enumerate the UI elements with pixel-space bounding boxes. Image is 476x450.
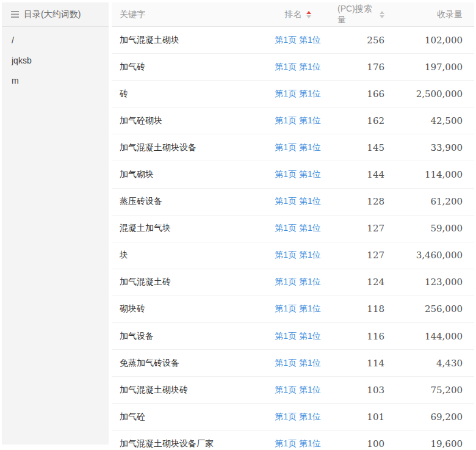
table-row: 蒸压砖设备 第1页 第1位 128 61,200	[112, 189, 474, 216]
column-header-rank[interactable]: 排名	[258, 9, 337, 20]
search-volume-cell: 176	[337, 62, 386, 73]
keyword-cell: 加气砼	[112, 412, 258, 423]
keyword-table: 关键字 排名 (PC)搜索量 收录量 加气混凝土砌块 第1页 第1位 256 1…	[112, 2, 474, 450]
keyword-cell: 加气砌块	[112, 169, 258, 180]
table-row: 加气设备 第1页 第1位 116 144,000	[112, 323, 474, 350]
index-count-cell: 197,000	[386, 62, 474, 73]
rank-link[interactable]: 第1页 第1位	[275, 438, 320, 449]
search-volume-cell: 100	[337, 438, 386, 449]
rank-link[interactable]: 第1页 第1位	[275, 62, 320, 73]
index-count-cell: 144,000	[386, 331, 474, 342]
table-row: 免蒸加气砖设备 第1页 第1位 114 4,430	[112, 350, 474, 377]
keyword-cell: 加气砼砌块	[112, 115, 258, 126]
table-row: 砌块砖 第1页 第1位 118 256,000	[112, 296, 474, 323]
search-volume-cell: 127	[337, 250, 386, 261]
index-count-cell: 42,500	[386, 115, 474, 126]
list-icon	[11, 11, 19, 18]
keyword-cell: 免蒸加气砖设备	[112, 358, 258, 369]
index-count-cell: 75,200	[386, 385, 474, 396]
table-row: 加气混凝土砖 第1页 第1位 124 123,000	[112, 269, 474, 296]
rank-link[interactable]: 第1页 第1位	[275, 385, 320, 396]
keyword-cell: 加气砖	[112, 62, 258, 73]
rank-link[interactable]: 第1页 第1位	[275, 169, 320, 180]
rank-sort-control[interactable]	[306, 11, 311, 18]
table-row: 加气混凝土砌块设备 第1页 第1位 145 33,900	[112, 134, 474, 161]
search-volume-cell: 128	[337, 196, 386, 207]
rank-header-label: 排名	[285, 9, 302, 20]
keyword-cell: 混凝土加气块	[112, 223, 258, 234]
index-count-cell: 69,200	[386, 412, 474, 423]
rank-link[interactable]: 第1页 第1位	[275, 196, 320, 207]
table-header-row: 关键字 排名 (PC)搜索量 收录量	[112, 2, 474, 27]
keyword-cell: 砌块砖	[112, 303, 258, 314]
search-volume-cell: 118	[337, 303, 386, 314]
keyword-cell: 加气混凝土砌块砖	[112, 385, 258, 396]
search-volume-sort-control[interactable]	[380, 11, 384, 18]
sidebar-header: 目录(大约词数)	[2, 2, 109, 27]
index-count-cell: 114,000	[386, 169, 474, 180]
keyword-cell: 加气混凝土砌块	[112, 35, 258, 46]
table-row: 混凝土加气块 第1页 第1位 127 59,000	[112, 216, 474, 242]
rank-link[interactable]: 第1页 第1位	[275, 250, 320, 261]
sort-asc-icon[interactable]	[380, 11, 384, 14]
rank-link[interactable]: 第1页 第1位	[275, 115, 320, 126]
index-count-cell: 59,000	[386, 223, 474, 234]
sidebar-item-jqksb[interactable]: jqksb	[2, 51, 109, 71]
rank-link[interactable]: 第1页 第1位	[275, 277, 320, 288]
search-volume-cell: 166	[337, 89, 386, 100]
sidebar-title: 目录(大约词数)	[24, 9, 81, 20]
sort-asc-icon[interactable]	[306, 11, 311, 14]
search-volume-cell: 162	[337, 115, 386, 126]
sidebar-item-root[interactable]: /	[2, 31, 109, 51]
table-body: 加气混凝土砌块 第1页 第1位 256 102,000 加气砖 第1页 第1位 …	[112, 27, 474, 450]
search-volume-header-label: (PC)搜索量	[337, 4, 376, 26]
column-header-search-volume[interactable]: (PC)搜索量	[337, 4, 386, 26]
table-row: 砖 第1页 第1位 166 2,500,000	[112, 81, 474, 107]
index-count-cell: 123,000	[386, 277, 474, 288]
search-volume-cell: 145	[337, 142, 386, 153]
index-count-cell: 102,000	[386, 35, 474, 46]
table-row: 加气砖 第1页 第1位 176 197,000	[112, 54, 474, 81]
sort-desc-icon[interactable]	[380, 15, 384, 18]
index-count-cell: 256,000	[386, 303, 474, 314]
column-header-keyword: 关键字	[112, 9, 258, 20]
rank-link[interactable]: 第1页 第1位	[275, 142, 320, 153]
column-header-index-count: 收录量	[386, 9, 474, 20]
table-row: 加气混凝土砌块设备厂家 第1页 第1位 100 19,600	[112, 430, 474, 450]
keyword-cell: 加气混凝土砖	[112, 277, 258, 288]
keyword-cell: 加气混凝土砌块设备	[112, 142, 258, 153]
sidebar-directory-list: / jqksb m	[2, 27, 109, 95]
keyword-cell: 加气混凝土砌块设备厂家	[112, 438, 258, 449]
search-volume-cell: 114	[337, 358, 386, 369]
search-volume-cell: 103	[337, 385, 386, 396]
sidebar: 目录(大约词数) / jqksb m	[2, 2, 109, 445]
index-count-cell: 19,600	[386, 438, 474, 449]
keyword-cell: 蒸压砖设备	[112, 196, 258, 207]
search-volume-cell: 116	[337, 331, 386, 342]
search-volume-cell: 101	[337, 412, 386, 423]
rank-link[interactable]: 第1页 第1位	[275, 223, 320, 234]
keyword-cell: 加气设备	[112, 331, 258, 342]
search-volume-cell: 144	[337, 169, 386, 180]
rank-link[interactable]: 第1页 第1位	[275, 35, 320, 46]
index-count-cell: 2,500,000	[386, 89, 474, 100]
index-count-cell: 61,200	[386, 196, 474, 207]
rank-link[interactable]: 第1页 第1位	[275, 89, 320, 100]
table-row: 加气砌块 第1页 第1位 144 114,000	[112, 161, 474, 188]
index-count-cell: 3,460,000	[386, 250, 474, 261]
table-row: 加气混凝土砌块 第1页 第1位 256 102,000	[112, 27, 474, 54]
sort-desc-icon[interactable]	[306, 15, 311, 18]
table-row: 加气砼 第1页 第1位 101 69,200	[112, 404, 474, 430]
search-volume-cell: 124	[337, 277, 386, 288]
sidebar-item-m[interactable]: m	[2, 71, 109, 91]
search-volume-cell: 256	[337, 35, 386, 46]
table-row: 加气混凝土砌块砖 第1页 第1位 103 75,200	[112, 377, 474, 404]
keyword-cell: 块	[112, 250, 258, 261]
rank-link[interactable]: 第1页 第1位	[275, 331, 320, 342]
table-row: 加气砼砌块 第1页 第1位 162 42,500	[112, 107, 474, 134]
rank-link[interactable]: 第1页 第1位	[275, 412, 320, 423]
rank-link[interactable]: 第1页 第1位	[275, 358, 320, 369]
index-count-cell: 4,430	[386, 358, 474, 369]
rank-link[interactable]: 第1页 第1位	[275, 303, 320, 314]
index-count-cell: 33,900	[386, 142, 474, 153]
